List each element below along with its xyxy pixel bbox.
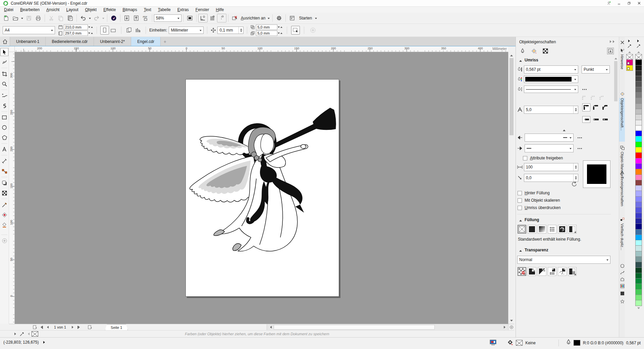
menu-item[interactable]: Layout <box>63 7 82 13</box>
transparency-tab-icon[interactable] <box>542 48 549 54</box>
merge-mode-dropdown[interactable] <box>605 256 610 263</box>
start-arrowhead-combo[interactable] <box>525 134 574 142</box>
docker-close-icon[interactable] <box>620 40 625 45</box>
page-height-spinner[interactable] <box>88 32 93 35</box>
color-swatch[interactable] <box>635 109 642 114</box>
new-tab-button[interactable]: + <box>161 37 169 46</box>
color-swatch[interactable] <box>635 300 642 306</box>
zoom-level-combo[interactable]: 58% <box>154 14 181 22</box>
palette-flyout-arrow[interactable] <box>628 40 631 42</box>
duplicate-x-spinner[interactable] <box>277 26 283 29</box>
menu-item[interactable]: Ansicht <box>43 7 63 13</box>
end-arrowhead-combo[interactable] <box>525 144 574 152</box>
new-document-button[interactable] <box>1 14 11 22</box>
docker-tab-texteigenschaften[interactable]: Texteigenschaften <box>619 177 625 211</box>
menu-item[interactable]: Text <box>141 7 155 13</box>
color-swatch[interactable] <box>635 213 642 218</box>
menu-item[interactable]: Hilfe <box>213 7 227 13</box>
current-page-button[interactable] <box>133 26 142 35</box>
color-swatch[interactable] <box>635 103 642 109</box>
color-swatch[interactable] <box>635 245 642 251</box>
end-arrowhead-settings[interactable] <box>578 148 582 149</box>
connector-tool[interactable] <box>0 167 8 175</box>
options-gear-button[interactable] <box>274 14 284 22</box>
miter-limit-field[interactable]: 5,0 <box>524 106 578 114</box>
color-swatch[interactable] <box>635 92 642 98</box>
transparency-pattern-button[interactable] <box>548 267 556 276</box>
fill-texture-button[interactable] <box>558 225 567 234</box>
zoom-dropdown-arrow[interactable] <box>176 15 181 21</box>
last-page-button[interactable] <box>76 324 82 330</box>
fill-postscript-button[interactable] <box>568 225 577 234</box>
color-swatch[interactable] <box>635 196 642 202</box>
duplicate-y-spinner[interactable] <box>277 32 283 35</box>
color-swatch[interactable] <box>635 120 642 126</box>
color-swatch[interactable] <box>635 218 642 224</box>
color-swatch[interactable] <box>635 223 642 229</box>
menu-item[interactable]: Extras <box>174 7 192 13</box>
docker-tab-vielfach-duplizieren[interactable]: Vielfach dupliz... <box>619 223 625 257</box>
snap-to-dropdown[interactable] <box>267 14 271 22</box>
ruler-origin-button[interactable] <box>9 46 15 52</box>
scroll-up-arrow[interactable] <box>508 52 515 57</box>
document-tab[interactable]: Unbenannt-1 <box>10 37 46 46</box>
color-swatch[interactable] <box>635 98 642 103</box>
drop-shadow-tool[interactable] <box>0 179 8 187</box>
color-swatch[interactable] <box>635 273 642 279</box>
interactive-fill-tool[interactable] <box>0 211 8 219</box>
artistic-media-tool[interactable] <box>0 102 8 110</box>
palette-eyedropper-icon[interactable] <box>628 44 632 49</box>
subsection-collapse-arrow[interactable] <box>563 128 566 131</box>
units-dropdown[interactable] <box>198 27 203 34</box>
menu-item[interactable]: Datei <box>1 7 17 13</box>
document-color-swatch[interactable] <box>626 65 633 71</box>
welcome-home-tab[interactable] <box>0 37 10 46</box>
search-content-button[interactable] <box>109 14 118 22</box>
previous-page-button[interactable] <box>44 324 50 330</box>
zoom-tool[interactable] <box>0 80 8 88</box>
publish-pdf-button[interactable]: PDF <box>141 14 150 22</box>
reset-rotation-button[interactable] <box>571 181 578 187</box>
open-dropdown[interactable] <box>20 14 24 22</box>
outline-style-combo[interactable] <box>524 86 578 93</box>
docker-tab-hinweise[interactable]: Hinweise <box>619 54 625 79</box>
add-property-button[interactable] <box>308 26 318 35</box>
document-page[interactable] <box>185 79 339 297</box>
minimize-button[interactable] <box>614 0 624 7</box>
freehand-tool[interactable] <box>0 92 8 100</box>
cut-button[interactable] <box>47 14 56 22</box>
page-size-dropdown[interactable] <box>49 27 55 34</box>
scroll-left-arrow[interactable] <box>267 324 273 330</box>
document-color-swatch[interactable] <box>626 54 633 60</box>
fill-uniform-button[interactable] <box>528 225 536 234</box>
pick-tool[interactable] <box>0 48 8 56</box>
status-flyout-arrow[interactable] <box>43 341 46 344</box>
document-tab[interactable]: Engel.cdr <box>131 37 161 46</box>
outline-tab-icon[interactable] <box>519 48 526 54</box>
dimension-tool[interactable] <box>0 157 8 165</box>
account-icon[interactable] <box>604 0 614 7</box>
nudge-spinner[interactable] <box>238 27 243 34</box>
snap-off-button[interactable] <box>230 14 239 22</box>
color-eyedropper-tool[interactable] <box>0 201 8 209</box>
share-attributes-checkbox[interactable] <box>523 156 527 160</box>
page-width-spinner[interactable] <box>88 26 93 29</box>
horizontal-ruler[interactable]: 20015010050050100150200250300350400 Mill… <box>15 46 508 52</box>
scroll-down-arrow[interactable] <box>508 318 515 324</box>
navigator-button[interactable] <box>508 324 514 330</box>
horizontal-scroll-thumb[interactable] <box>274 325 435 330</box>
color-swatch[interactable] <box>635 125 642 131</box>
color-swatch[interactable] <box>635 278 642 284</box>
treat-as-filled-button[interactable] <box>291 26 300 35</box>
color-swatch[interactable] <box>635 174 642 180</box>
page-height-field[interactable]: 297,0 mm <box>64 31 88 36</box>
duplicate-y-field[interactable]: 5,0 mm <box>256 31 277 36</box>
document-tab[interactable]: Bedienelemente.cdr <box>46 37 94 46</box>
cap-round-button[interactable] <box>592 116 600 123</box>
portrait-button[interactable] <box>100 26 109 35</box>
color-swatch[interactable] <box>635 87 642 93</box>
color-swatch[interactable] <box>635 191 642 196</box>
landscape-button[interactable] <box>109 26 118 35</box>
close-button[interactable] <box>634 0 644 7</box>
transparency-more-button[interactable] <box>568 267 577 276</box>
